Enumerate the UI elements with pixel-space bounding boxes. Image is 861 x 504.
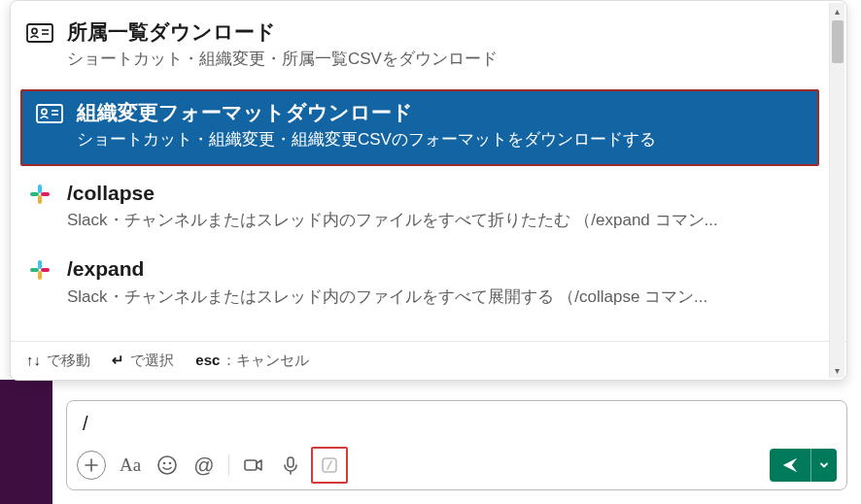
svg-rect-18 [38,260,42,269]
shortcut-description: ショートカット・組織変更・組織変更CSVのフォーマットをダウンロードする [77,127,804,152]
shortcuts-button[interactable] [311,447,348,484]
video-button[interactable] [237,449,270,482]
send-options-button[interactable] [811,449,837,482]
svg-point-1 [163,462,166,465]
id-card-icon [36,103,63,124]
popup-hints: ↑↓ で移動 ↵ で選択 esc：キャンセル [11,341,846,380]
scroll-thumb[interactable] [832,20,844,63]
slack-icon [26,259,53,281]
svg-point-0 [158,456,176,474]
hint-select: ↵ で選択 [112,352,174,370]
svg-point-11 [42,109,47,114]
svg-rect-21 [41,268,50,272]
svg-point-7 [32,28,37,33]
svg-rect-14 [38,185,42,193]
hint-cancel: esc：キャンセル [195,352,309,370]
shortcut-item-org-change-format[interactable]: 組織変更フォーマットダウンロード ショートカット・組織変更・組織変更CSVのフォ… [20,89,819,166]
composer-box: / Aa @ [66,400,847,490]
send-button[interactable] [770,449,810,482]
mention-button[interactable]: @ [188,449,221,482]
shortcut-title: 所属一覧ダウンロード [67,18,813,45]
svg-rect-16 [30,192,39,196]
shortcut-title: 組織変更フォーマットダウンロード [77,99,804,125]
shortcut-autocomplete-popup: 所属一覧ダウンロード ショートカット・組織変更・所属一覧CSVをダウンロード 組… [10,0,847,381]
shortcut-title: /expand [67,255,813,282]
attach-button[interactable] [77,451,106,480]
message-composer: / Aa @ [52,380,861,504]
svg-rect-15 [38,195,42,204]
svg-rect-10 [37,105,62,122]
composer-toolbar: Aa @ [77,443,837,484]
shortcut-description: ショートカット・組織変更・所属一覧CSVをダウンロード [67,47,813,72]
audio-button[interactable] [274,449,307,482]
svg-rect-17 [41,192,50,196]
svg-point-2 [169,462,172,465]
scroll-down-arrow-icon[interactable]: ▾ [835,362,840,378]
toolbar-separator [228,454,229,476]
shortcut-item-expand[interactable]: /expand Slack・チャンネルまたはスレッド内のファイルをすべて展開する… [11,246,829,322]
format-button[interactable]: Aa [114,449,147,482]
svg-rect-19 [38,271,42,280]
id-card-icon [26,22,53,44]
send-button-group [770,449,837,482]
svg-rect-6 [27,24,52,42]
svg-rect-20 [30,268,39,272]
emoji-button[interactable] [151,449,184,482]
composer-area: / Aa @ [0,380,861,504]
shortcut-list: 所属一覧ダウンロード ショートカット・組織変更・所属一覧CSVをダウンロード 組… [11,1,829,341]
workspace-sidebar-strip [0,380,52,504]
svg-rect-3 [245,460,257,470]
message-input[interactable]: / [77,409,837,443]
hint-navigate: ↑↓ で移動 [26,352,90,370]
shortcut-description: Slack・チャンネルまたはスレッド内のファイルをすべて展開する （/colla… [67,285,813,310]
shortcut-description: Slack・チャンネルまたはスレッド内のファイルをすべて折りたたむ （/expa… [67,208,813,233]
scroll-up-arrow-icon[interactable]: ▴ [835,3,840,18]
shortcut-title: /collapse [67,180,813,206]
slack-icon [26,184,53,205]
scrollbar[interactable]: ▴ ▾ [829,3,844,378]
shortcut-item-collapse[interactable]: /collapse Slack・チャンネルまたはスレッド内のファイルをすべて折り… [11,170,829,247]
shortcut-item-affiliation-download[interactable]: 所属一覧ダウンロード ショートカット・組織変更・所属一覧CSVをダウンロード [11,9,829,85]
svg-rect-4 [288,457,293,467]
